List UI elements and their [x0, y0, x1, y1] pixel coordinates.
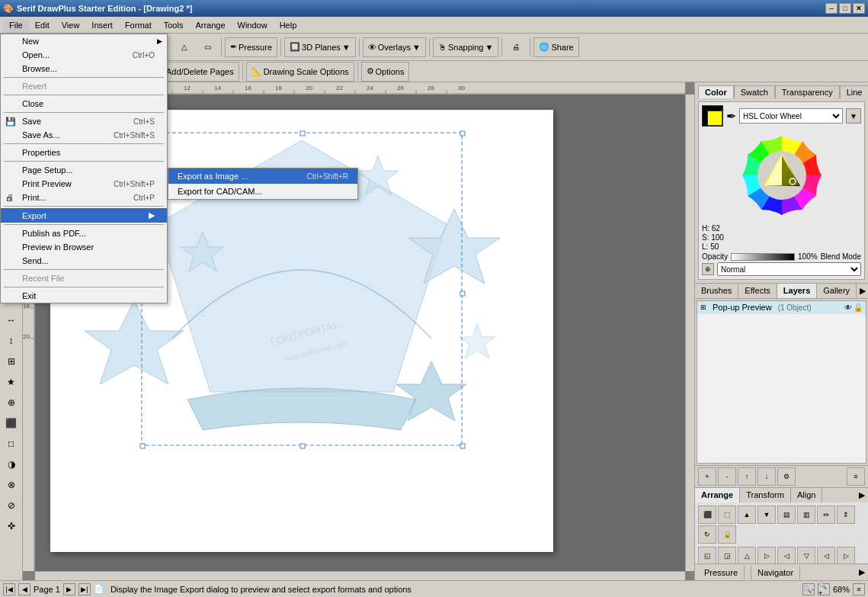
move-layer-down-btn[interactable]: ↓: [757, 467, 776, 486]
menu-close[interactable]: Close: [1, 97, 167, 111]
close-button[interactable]: ✕: [853, 3, 865, 14]
arrange-rotate-btn[interactable]: ↻: [698, 525, 716, 544]
extra-tool3[interactable]: ✜: [2, 516, 21, 536]
layer-properties-btn[interactable]: ⚙: [777, 467, 796, 486]
maximize-button[interactable]: □: [839, 3, 851, 14]
zoom-out-btn[interactable]: 🔍-: [802, 583, 815, 595]
menu-saveas[interactable]: Save As... Ctrl+Shift+S: [1, 128, 167, 142]
menu-new[interactable]: New: [1, 34, 167, 48]
tab-transparency[interactable]: Transparency: [775, 85, 840, 98]
arrange-lock-btn[interactable]: 🔒: [718, 525, 736, 544]
color-wheel-selector[interactable]: HSL Color Wheel: [739, 108, 843, 124]
tab-align[interactable]: Align: [791, 488, 822, 502]
prev-page-btn[interactable]: ◀: [18, 583, 30, 595]
panel-expand-btn[interactable]: ▶: [857, 284, 868, 298]
layer-row[interactable]: ⊞ Pop-up Preview (1 Object) 👁 🔓: [697, 301, 866, 314]
arrange-front-btn[interactable]: ⬛: [698, 506, 716, 524]
snapping-button[interactable]: 🖱 Snapping ▼: [433, 37, 498, 57]
menu-properties[interactable]: Properties: [1, 146, 167, 159]
minimize-button[interactable]: ─: [825, 3, 838, 14]
arr-btn-6[interactable]: ▽: [797, 547, 815, 565]
next-page-btn[interactable]: ▶: [63, 583, 75, 595]
opacity-tool[interactable]: ◑: [2, 454, 21, 474]
arr-btn-2[interactable]: ◲: [718, 547, 736, 565]
layer-lock-icon[interactable]: 🔓: [854, 303, 863, 312]
menu-edit[interactable]: Edit: [29, 19, 56, 31]
view-options-btn[interactable]: ≡: [853, 583, 865, 595]
arrange-ungroup-btn[interactable]: ▥: [797, 506, 815, 524]
opacity-slider[interactable]: [731, 253, 795, 261]
hsl-color-wheel[interactable]: [736, 130, 828, 221]
options-button[interactable]: ⚙ Options: [361, 62, 410, 82]
menu-window[interactable]: Window: [232, 19, 274, 31]
arr-btn-1[interactable]: ◱: [698, 547, 716, 565]
tab-layers[interactable]: Layers: [777, 284, 817, 298]
move-layer-up-btn[interactable]: ↑: [738, 467, 756, 486]
blend-tool[interactable]: ⊕: [2, 393, 21, 412]
tab-line[interactable]: Line: [840, 85, 868, 98]
menu-pagesetup[interactable]: Page Setup...: [1, 163, 167, 177]
zoom-in-btn[interactable]: 🔍+: [818, 583, 830, 595]
tab-navigator[interactable]: Navigator: [751, 566, 800, 579]
menu-arrange[interactable]: Arrange: [189, 19, 231, 31]
tab-arrange[interactable]: Arrange: [695, 488, 740, 502]
layer-visibility-icon[interactable]: 👁: [844, 303, 852, 312]
extra-tool2[interactable]: ⊘: [2, 496, 21, 515]
tab-swatch[interactable]: Swatch: [734, 85, 775, 98]
arr-btn-3[interactable]: △: [738, 547, 756, 565]
menu-save[interactable]: 💾 Save Ctrl+S: [1, 114, 167, 128]
arrange-backward-btn[interactable]: ▼: [757, 506, 776, 524]
overlays-button[interactable]: 👁 Overlays ▼: [363, 37, 426, 57]
print-btn[interactable]: 🖨: [505, 37, 527, 58]
menu-preview-browser[interactable]: Preview in Browser: [1, 240, 167, 254]
menu-format[interactable]: Format: [119, 19, 158, 31]
tab-pressure[interactable]: Pressure: [698, 566, 745, 579]
color-swatch[interactable]: [702, 105, 723, 127]
menu-insert[interactable]: Insert: [85, 19, 119, 31]
layer-settings-btn[interactable]: ≡: [847, 467, 865, 486]
arr-btn-5[interactable]: ◁: [777, 547, 796, 565]
planes-button[interactable]: 🔲 3D Planes ▼: [284, 37, 356, 57]
arr-btn-7[interactable]: ◁: [817, 547, 835, 565]
arrange-forward-btn[interactable]: ▲: [738, 506, 756, 524]
tab-gallery[interactable]: Gallery: [817, 284, 857, 298]
menu-send[interactable]: Send...: [1, 254, 167, 268]
menu-view[interactable]: View: [56, 19, 86, 31]
first-page-btn[interactable]: |◀: [3, 583, 15, 595]
menu-browse[interactable]: Browse...: [1, 62, 167, 75]
shapes-tool[interactable]: △: [174, 37, 195, 58]
arrange-back-btn[interactable]: ⬚: [718, 506, 736, 524]
arr-btn-8[interactable]: ▷: [837, 547, 855, 565]
menu-file[interactable]: File: [3, 19, 29, 31]
arrange-expand-btn[interactable]: ▶: [856, 488, 868, 502]
menu-publishpdf[interactable]: Publish as PDF...: [1, 226, 167, 240]
menu-printpreview[interactable]: Print Preview Ctrl+Shift+P: [1, 177, 167, 191]
table-tool[interactable]: ⊞: [2, 351, 21, 371]
arr-btn-4[interactable]: ▷: [757, 547, 776, 565]
delete-layer-btn[interactable]: -: [718, 467, 736, 486]
rect-tool[interactable]: ▭: [197, 37, 218, 58]
arrange-flip-v-btn[interactable]: ⇕: [837, 506, 855, 524]
connector-tool[interactable]: ↔: [2, 310, 21, 330]
menu-help[interactable]: Help: [274, 19, 303, 31]
add-layer-btn[interactable]: +: [698, 467, 716, 486]
horizontal-scrollbar[interactable]: [35, 571, 685, 580]
layer-expand-btn[interactable]: ⊞: [700, 303, 709, 311]
tab-brushes[interactable]: Brushes: [695, 284, 738, 298]
dimension-tool[interactable]: ↕: [2, 331, 21, 351]
menu-print[interactable]: 🖨 Print... Ctrl+P: [1, 191, 167, 204]
export-cadcam-item[interactable]: Export for CAD/CAM...: [168, 184, 357, 199]
pressure-button[interactable]: ✒ Pressure: [225, 37, 277, 57]
shadow-tool[interactable]: □: [2, 434, 21, 454]
drawing-scale-button[interactable]: 📐 Drawing Scale Options: [246, 62, 354, 82]
export-image-item[interactable]: Export as Image ... Ctrl+Shift+R: [168, 169, 357, 184]
color-wheel-dropdown-btn[interactable]: ▼: [846, 108, 861, 124]
extra-tool1[interactable]: ⊗: [2, 475, 21, 495]
menu-tools[interactable]: Tools: [158, 19, 190, 31]
menu-exit[interactable]: Exit: [1, 289, 167, 303]
share-button[interactable]: 🌐 Share: [533, 37, 578, 57]
bottom-expand-btn[interactable]: ▶: [859, 567, 865, 577]
vertical-scrollbar[interactable]: [685, 95, 694, 571]
last-page-btn[interactable]: ▶|: [78, 583, 91, 595]
tab-effects[interactable]: Effects: [738, 284, 777, 298]
